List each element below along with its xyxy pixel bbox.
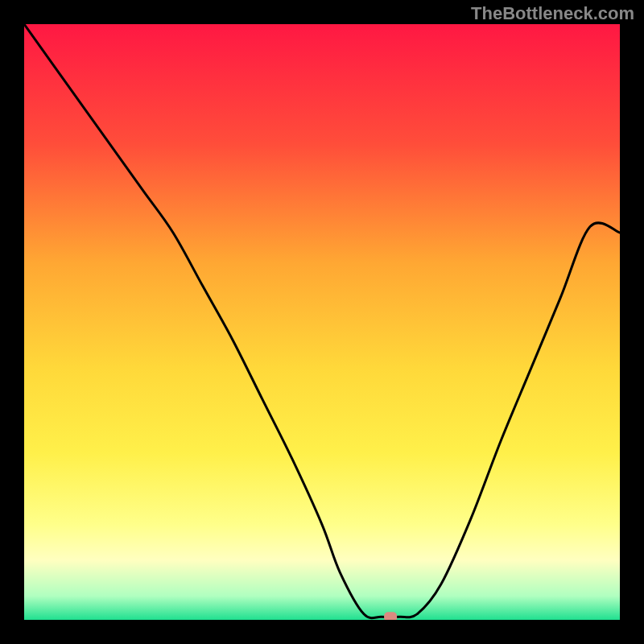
watermark-text: TheBottleneck.com — [471, 3, 634, 24]
chart-frame: TheBottleneck.com — [0, 0, 644, 644]
chart-plot-area — [24, 24, 620, 620]
chart-background-gradient — [24, 24, 620, 620]
chart-svg — [24, 24, 620, 620]
chart-marker — [384, 612, 397, 620]
